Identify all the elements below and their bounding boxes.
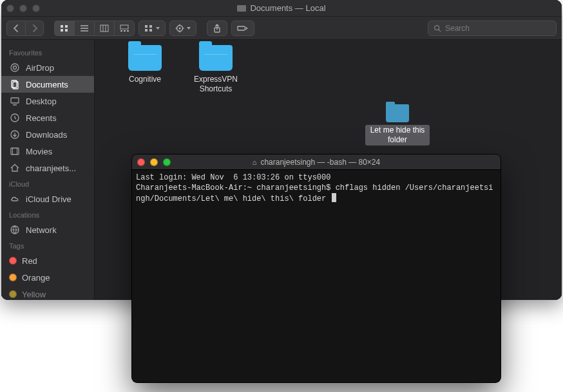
file-label: Let me hide this folder [365, 125, 430, 145]
svg-rect-32 [11, 98, 19, 103]
finder-title: Documents — Local [44, 3, 519, 13]
svg-point-26 [435, 25, 439, 30]
share-button[interactable] [207, 21, 227, 36]
view-columns-button[interactable] [94, 21, 114, 36]
sidebar-item-network[interactable]: Network [1, 221, 94, 238]
view-mode-group [54, 21, 135, 36]
sidebar-item-label: charanjeets... [26, 163, 76, 173]
sidebar-item-icloud-drive[interactable]: iCloud Drive [1, 191, 94, 207]
movies-icon [9, 146, 21, 156]
zoom-light[interactable] [32, 5, 40, 12]
close-light[interactable] [6, 5, 14, 12]
sidebar-item-downloads[interactable]: Downloads [1, 126, 94, 143]
sidebar-tag-orange[interactable]: Orange [1, 269, 94, 286]
network-icon [9, 225, 21, 235]
finder-traffic-lights [6, 5, 44, 12]
sidebar-item-label: Desktop [26, 97, 57, 106]
tag-dot-icon [9, 274, 17, 281]
sidebar-item-desktop[interactable]: Desktop [1, 93, 94, 109]
svg-rect-36 [11, 148, 19, 154]
cloud-icon [9, 194, 21, 204]
svg-rect-1 [65, 25, 68, 28]
sidebar-item-label: Yellow [22, 290, 46, 299]
terminal-traffic-lights [137, 158, 175, 166]
nav-buttons [6, 21, 44, 36]
home-icon [9, 163, 21, 173]
downloads-icon [9, 129, 21, 140]
sidebar-heading-tags: Tags [1, 238, 94, 252]
sidebar-heading-favourites: Favourites [1, 45, 94, 59]
svg-rect-16 [145, 29, 148, 32]
view-options-button[interactable] [138, 21, 166, 36]
folder-expressvpn-shortcuts[interactable]: ExpressVPN Shortcuts [184, 45, 248, 94]
svg-line-27 [439, 29, 441, 31]
sidebar-item-label: AirDrop [26, 63, 54, 73]
search-field[interactable] [428, 21, 557, 36]
sidebar-heading-locations: Locations [1, 207, 94, 221]
folder-icon [199, 45, 233, 71]
svg-rect-11 [120, 30, 122, 32]
svg-point-28 [11, 64, 19, 71]
search-input[interactable] [445, 24, 551, 33]
tag-icon [237, 24, 249, 32]
chevron-down-icon [156, 27, 160, 30]
search-icon [434, 24, 441, 32]
svg-rect-0 [61, 25, 63, 28]
sidebar-item-label: Recents [26, 113, 57, 123]
finder-titlebar[interactable]: Documents — Local [1, 0, 562, 17]
svg-rect-12 [124, 30, 126, 32]
svg-rect-14 [145, 25, 148, 28]
svg-rect-7 [100, 25, 108, 32]
sidebar-item-label: Orange [22, 273, 50, 283]
recents-icon [9, 113, 21, 123]
sidebar-heading-icloud: iCloud [1, 176, 94, 191]
folder-icon [237, 5, 246, 12]
minimize-light[interactable] [19, 5, 27, 12]
zoom-light[interactable] [163, 158, 171, 166]
finder-window-title-text: Documents — Local [250, 3, 325, 13]
terminal-line: Last login: Wed Nov 6 13:03:26 on ttys00… [136, 173, 330, 182]
action-gear-button[interactable] [169, 21, 196, 36]
documents-icon [9, 79, 21, 89]
sidebar-item-airdrop[interactable]: AirDrop [1, 59, 94, 76]
terminal-title-text: charanjeetsingh — -bash — 80×24 [260, 158, 380, 167]
finder-sidebar: Favourites AirDrop Documents Desktop Rec… [1, 40, 95, 300]
home-icon: ⌂ [253, 158, 257, 166]
view-gallery-button[interactable] [114, 21, 135, 36]
nav-forward-button[interactable] [25, 21, 43, 35]
sidebar-item-movies[interactable]: Movies [1, 143, 94, 160]
sidebar-item-label: iCloud Drive [26, 194, 72, 204]
svg-rect-17 [149, 29, 152, 32]
svg-rect-13 [127, 30, 129, 32]
sidebar-tag-red[interactable]: Red [1, 252, 94, 269]
nav-back-button[interactable] [7, 21, 25, 35]
terminal-line: Charanjeets-MacBook-Air:~ charanjeetsing… [136, 183, 493, 203]
sidebar-item-label: Documents [26, 80, 68, 89]
sidebar-tag-yellow[interactable]: Yellow [1, 286, 94, 300]
sidebar-item-label: Movies [26, 147, 52, 156]
svg-rect-15 [149, 25, 152, 28]
tags-button[interactable] [231, 21, 254, 36]
terminal-titlebar[interactable]: ⌂ charanjeetsingh — -bash — 80×24 [132, 154, 501, 170]
file-label: ExpressVPN Shortcuts [184, 75, 248, 94]
sidebar-item-documents[interactable]: Documents [1, 76, 94, 93]
terminal-cursor [332, 193, 336, 202]
tag-dot-icon [9, 257, 17, 265]
folder-let-me-hide[interactable]: Let me hide this folder [365, 104, 430, 145]
close-light[interactable] [137, 158, 145, 166]
finder-toolbar [1, 17, 562, 40]
svg-rect-2 [61, 29, 63, 32]
svg-point-19 [179, 27, 181, 29]
view-icon-button[interactable] [54, 21, 74, 36]
terminal-body[interactable]: Last login: Wed Nov 6 13:03:26 on ttys00… [132, 170, 501, 382]
terminal-window: ⌂ charanjeetsingh — -bash — 80×24 Last l… [132, 154, 501, 382]
sidebar-item-label: Red [22, 256, 37, 266]
tag-dot-icon [9, 290, 17, 298]
minimize-light[interactable] [150, 158, 158, 166]
svg-rect-10 [120, 25, 128, 29]
folder-cognitive[interactable]: Cognitive [113, 45, 177, 84]
sidebar-item-recents[interactable]: Recents [1, 109, 94, 126]
sidebar-item-label: Network [26, 225, 57, 235]
sidebar-item-home[interactable]: charanjeets... [1, 160, 94, 176]
view-list-button[interactable] [74, 21, 94, 36]
